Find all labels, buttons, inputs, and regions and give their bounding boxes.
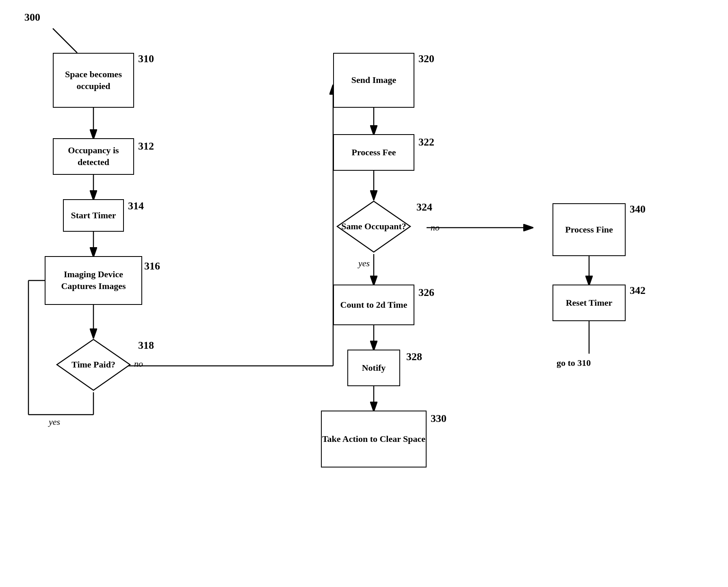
flowchart-diagram: 300: [0, 0, 728, 587]
node-318: Time Paid?: [55, 337, 132, 392]
ref-324: 324: [416, 201, 432, 213]
ref-312: 312: [138, 140, 154, 152]
ref-322: 322: [418, 136, 434, 148]
node-314: Start Timer: [63, 199, 124, 232]
node-312: Occupancy is detected: [53, 138, 134, 175]
ref-318: 318: [138, 339, 154, 352]
node-320: Send Image: [333, 53, 414, 108]
ref-314: 314: [128, 200, 144, 212]
node-326: Count to 2d Time: [333, 285, 414, 325]
svg-line-1: [53, 28, 77, 53]
label-goto-310: go to 310: [557, 358, 591, 368]
ref-328: 328: [406, 351, 422, 363]
node-330: Take Action to Clear Space: [321, 411, 427, 467]
ref-326: 326: [418, 287, 434, 299]
ref-340: 340: [630, 203, 646, 215]
label-yes-318: yes: [49, 417, 60, 427]
ref-342: 342: [630, 285, 646, 297]
node-310: Space becomes occupied: [53, 53, 134, 108]
node-324: Same Occupant?: [335, 199, 412, 254]
node-316: Imaging Device Captures Images: [45, 256, 142, 305]
ref-330: 330: [431, 413, 446, 425]
label-no-324: no: [431, 222, 440, 233]
node-342: Reset Timer: [552, 285, 626, 321]
node-340: Process Fine: [552, 203, 626, 256]
label-yes-324: yes: [358, 258, 370, 269]
node-328: Notify: [347, 350, 400, 386]
ref-316: 316: [144, 260, 160, 272]
ref-310: 310: [138, 53, 154, 65]
ref-300: 300: [24, 11, 40, 24]
ref-320: 320: [418, 53, 434, 65]
node-322: Process Fee: [333, 134, 414, 171]
label-no-318: no: [134, 359, 143, 369]
